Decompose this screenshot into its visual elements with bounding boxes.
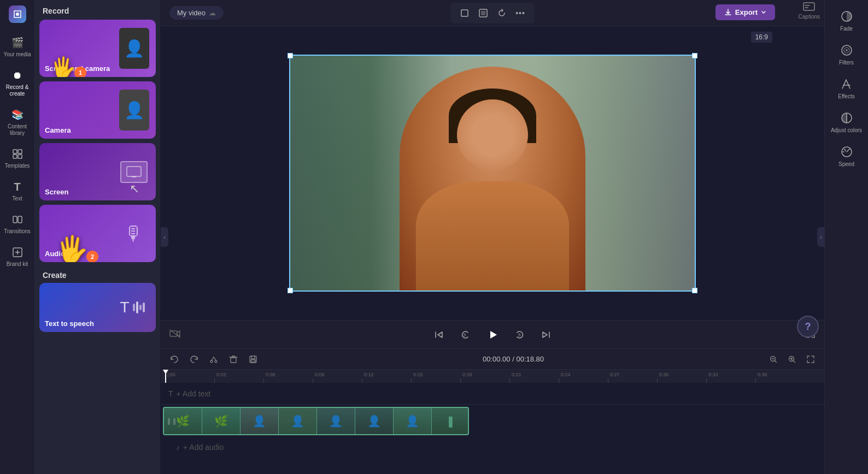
more-tool-button[interactable]: •••	[513, 5, 528, 21]
card-illustration-2: 👤	[112, 81, 156, 139]
camera-label: Camera	[39, 122, 77, 139]
captions-button[interactable]: Captions	[799, 2, 820, 20]
text-track: T + Add text	[161, 383, 824, 405]
clip-thumb-6: 👤	[355, 408, 394, 434]
layout-tool-button[interactable]	[476, 5, 491, 21]
svg-point-31	[846, 49, 848, 51]
sidebar-item-templates[interactable]: Templates	[1, 143, 34, 174]
tick-line	[263, 378, 264, 383]
save-media-button[interactable]	[246, 352, 260, 366]
video-clip[interactable]: ❚❚ 🌿 🌿 👤 👤 👤 👤 👤 ❚	[163, 407, 469, 435]
handle-top-right[interactable]	[692, 53, 697, 58]
add-audio-track[interactable]: ♪ + Add audio	[168, 443, 224, 452]
playhead-indicator	[163, 370, 168, 374]
skip-to-start-button[interactable]	[430, 326, 448, 343]
sidebar-item-text[interactable]: T Text	[1, 176, 34, 206]
video-title-tag[interactable]: My video ☁	[169, 6, 224, 20]
add-text-track[interactable]: T + Add text	[161, 389, 210, 398]
tick-label: 0:09	[315, 372, 325, 377]
delete-button[interactable]	[226, 352, 241, 366]
undo-button[interactable]	[167, 352, 181, 366]
help-button[interactable]: ?	[797, 316, 819, 337]
skip-to-end-button[interactable]	[537, 326, 555, 343]
fit-timeline-button[interactable]	[804, 352, 818, 366]
effects-tool[interactable]: Effects	[826, 72, 867, 104]
ruler-tick-10: 0:30	[657, 370, 706, 383]
time-display: 00:00.00 / 00:18.80	[266, 355, 761, 363]
record-icon: ⏺	[11, 69, 24, 82]
handle-bottom-right[interactable]	[692, 288, 697, 293]
svg-rect-3	[18, 150, 22, 153]
sidebar-item-your-media[interactable]: 🎬 Your media	[1, 32, 34, 62]
text-to-speech-card[interactable]: Text to speech T	[39, 283, 156, 332]
screen-and-camera-card[interactable]: Screen and camera 👤 🖐 1	[39, 20, 156, 77]
adjust-colors-tool[interactable]: Adjust colors	[826, 106, 867, 138]
brand-icon	[11, 246, 24, 259]
sidebar-item-label-text: Text	[12, 195, 22, 202]
audio-track: ♪ + Add audio	[161, 437, 824, 457]
tick-label: 0:30	[659, 372, 669, 377]
redo-button[interactable]	[187, 352, 201, 366]
ruler-tick-8: 0:24	[559, 370, 608, 383]
sidebar-item-brand-kit[interactable]: Brand kit	[1, 241, 34, 272]
camera-card[interactable]: Camera 👤	[39, 81, 156, 139]
audio-icon: 🎙	[124, 222, 144, 245]
export-button[interactable]: Export	[715, 4, 775, 20]
panel-collapse-button[interactable]: ‹	[161, 227, 168, 247]
zoom-controls	[766, 352, 818, 366]
ruler-tick-9: 0:27	[608, 370, 657, 383]
ruler-tick-4: 0:12	[362, 370, 411, 383]
ruler-content: |:00 0:03 0:06 0:09	[161, 370, 824, 383]
cut-button[interactable]	[207, 352, 221, 366]
top-bar: My video ☁ •	[161, 0, 824, 26]
ruler-tick-0: |:00	[165, 370, 214, 383]
svg-rect-13	[143, 303, 145, 312]
templates-icon	[11, 147, 24, 161]
sidebar-item-record-create[interactable]: ⏺ Record & create	[1, 64, 34, 102]
aspect-ratio-badge: 16:9	[751, 32, 772, 43]
filters-label: Filters	[839, 60, 854, 66]
ruler-tick-11: 0:33	[706, 370, 755, 383]
sidebar-item-label-brand: Brand kit	[7, 261, 28, 268]
screen-card[interactable]: Screen ↖	[39, 143, 156, 200]
rewind-button[interactable]: 5	[456, 326, 474, 343]
tick-line	[608, 378, 608, 383]
camera-off-button[interactable]	[169, 329, 180, 340]
video-frame	[290, 56, 695, 291]
captions-icon	[803, 2, 815, 14]
svg-rect-7	[18, 216, 22, 223]
rotate-tool-button[interactable]	[494, 5, 509, 21]
filters-tool[interactable]: Filters	[826, 38, 867, 70]
tick-line	[214, 378, 215, 383]
crop-tool-button[interactable]	[457, 5, 472, 21]
adjust-colors-icon	[839, 110, 854, 126]
current-time: 00:00.00	[483, 355, 511, 363]
ruler-tick-5: 0:15	[411, 370, 460, 383]
speed-tool[interactable]: Speed	[826, 140, 867, 171]
svg-rect-6	[13, 216, 17, 223]
handle-bottom-left[interactable]	[288, 288, 293, 293]
zoom-out-button[interactable]	[766, 352, 781, 366]
right-panel-toggle[interactable]: ‹	[817, 227, 825, 247]
audio-card[interactable]: Audio 🎙 🖐 2	[39, 205, 156, 262]
fade-tool[interactable]: Fade	[826, 4, 867, 36]
timeline: 00:00.00 / 00:18.80	[161, 348, 824, 474]
ruler-tick-12: 0:36	[755, 370, 805, 383]
sidebar-item-label: Your media	[3, 51, 31, 58]
tick-line	[657, 378, 658, 383]
forward-button[interactable]: 5	[511, 326, 529, 343]
transitions-icon	[11, 213, 24, 226]
playhead[interactable]	[165, 370, 166, 383]
sidebar: 🎬 Your media ⏺ Record & create 📚 Content…	[0, 0, 35, 474]
sidebar-item-content-library[interactable]: 📚 Content library	[1, 104, 34, 141]
tick-label: 0:06	[266, 372, 275, 377]
library-icon: 📚	[11, 108, 24, 121]
play-button[interactable]	[483, 325, 502, 345]
zoom-in-button[interactable]	[785, 352, 799, 366]
fade-label: Fade	[840, 26, 853, 32]
sidebar-item-label-transitions: Transitions	[4, 228, 31, 235]
tick-label: 0:12	[364, 372, 374, 377]
total-time: 00:18.80	[516, 355, 544, 363]
handle-top-left[interactable]	[288, 53, 293, 58]
sidebar-item-transitions[interactable]: Transitions	[1, 209, 34, 239]
